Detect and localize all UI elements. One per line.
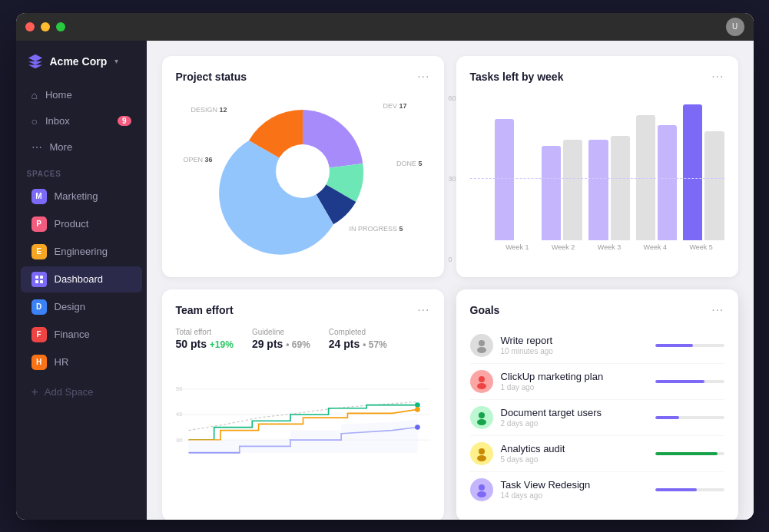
maximize-button[interactable] [56, 22, 65, 31]
space-marketing-dot: M [31, 189, 47, 204]
goal-progress-0 [655, 344, 724, 347]
goal-time-3: 5 days ago [501, 455, 648, 464]
tasks-by-week-card: Tasks left by week ··· 60 30 0 [456, 56, 738, 277]
goal-info-4: Task View Redesign 14 days ago [501, 479, 648, 500]
pie-chart-container: DEV 17 DONE 5 IN PROGRESS 5 OPEN 36 DESI… [176, 94, 430, 248]
svg-text:30: 30 [176, 436, 182, 443]
week2-label: Week 2 [540, 243, 586, 251]
space-dashboard[interactable]: Dashboard [21, 266, 142, 292]
nav-more[interactable]: ⋯ More [21, 135, 142, 160]
team-effort-menu[interactable]: ··· [417, 303, 429, 317]
stat-completed-value: 24 pts • 57% [329, 338, 387, 350]
svg-point-17 [479, 376, 485, 382]
home-icon: ⌂ [31, 89, 38, 101]
bar-week2-purple [542, 146, 561, 240]
bar-group-week1 [495, 119, 535, 240]
goal-item-0: Write report 10 minutes ago [470, 328, 724, 364]
nav-home[interactable]: ⌂ Home [21, 83, 142, 107]
minimize-button[interactable] [41, 22, 50, 31]
space-marketing-label: Marketing [55, 190, 98, 202]
pie-label-done: DONE 5 [396, 160, 423, 167]
project-status-menu[interactable]: ··· [417, 70, 429, 84]
space-engineering-label: Engineering [55, 246, 108, 257]
stat-completed: Completed 24 pts • 57% [329, 328, 387, 350]
goal-info-0: Write report 10 minutes ago [501, 335, 648, 355]
svg-rect-2 [35, 280, 38, 283]
y-label-30: 30 [449, 175, 456, 183]
svg-point-16 [477, 347, 486, 353]
space-finance[interactable]: F Finance [21, 322, 142, 348]
space-engineering[interactable]: E Engineering [21, 239, 142, 265]
nav-inbox[interactable]: ○ Inbox 9 [21, 109, 142, 134]
pie-label-dev: DEV 17 [383, 102, 406, 110]
goal-avatar-4 [470, 478, 493, 501]
bar-week3-gray [611, 136, 630, 240]
goal-info-2: Document target users 2 days ago [501, 407, 648, 428]
user-avatar[interactable]: U [726, 18, 744, 36]
space-dashboard-dot [31, 272, 47, 287]
bar-week4-purple [658, 125, 677, 240]
week5-label: Week 5 [678, 243, 724, 251]
inbox-icon: ○ [31, 115, 38, 127]
bar-week1-purple [495, 119, 514, 240]
goal-item-1: ClickUp marketing plan 1 day ago [470, 364, 724, 400]
team-effort-header: Team effort ··· [176, 303, 430, 317]
team-effort-card: Team effort ··· Total effort 50 pts +19%… [162, 289, 444, 520]
goal-name-3: Analytics audit [501, 443, 648, 454]
space-product-label: Product [55, 218, 89, 230]
add-space-button[interactable]: + Add Space [21, 379, 142, 405]
bar-chart-wrapper: 60 30 0 [470, 94, 724, 263]
y-label-0: 0 [449, 256, 456, 263]
effort-stats: Total effort 50 pts +19% Guideline 29 pt… [176, 328, 430, 350]
goal-name-4: Task View Redesign [501, 479, 648, 491]
stat-guideline-label: Guideline [252, 328, 310, 336]
space-product-dot: P [31, 216, 47, 232]
tasks-title: Tasks left by week [470, 71, 564, 83]
space-design[interactable]: D Design [21, 294, 142, 320]
space-finance-dot: F [31, 327, 47, 342]
space-hr[interactable]: H HR [21, 349, 142, 375]
space-marketing[interactable]: M Marketing [21, 183, 142, 210]
svg-point-13 [415, 407, 420, 412]
progress-bg-3 [655, 452, 724, 455]
goal-item-4: Task View Redesign 14 days ago [470, 472, 724, 507]
progress-fill-3 [655, 452, 718, 455]
team-effort-title: Team effort [176, 304, 234, 316]
space-dashboard-label: Dashboard [55, 273, 104, 285]
effort-svg: 50 40 30 [176, 361, 430, 468]
svg-text:40: 40 [176, 411, 182, 418]
svg-point-15 [479, 340, 485, 346]
stat-guideline: Guideline 29 pts • 69% [252, 328, 310, 350]
pie-label-inprogress: IN PROGRESS 5 [349, 225, 403, 233]
tasks-header: Tasks left by week ··· [470, 70, 724, 84]
goal-info-1: ClickUp marketing plan 1 day ago [501, 371, 648, 392]
goal-progress-1 [655, 380, 724, 383]
tasks-menu[interactable]: ··· [711, 70, 724, 84]
stat-total-value: 50 pts +19% [176, 338, 234, 350]
progress-bg-0 [655, 344, 724, 347]
bar-week5-gray [704, 131, 724, 240]
svg-rect-3 [40, 280, 43, 283]
svg-point-23 [479, 484, 485, 491]
svg-point-19 [479, 412, 485, 418]
progress-fill-4 [655, 488, 697, 491]
workspace-logo[interactable]: Acme Corp ▾ [16, 50, 147, 82]
nav-home-label: Home [45, 89, 72, 101]
app-window: U Acme Corp ▾ ⌂ Home ○ Inbox 9 ⋯ [16, 13, 754, 520]
svg-point-24 [477, 491, 486, 497]
progress-bg-4 [655, 488, 724, 491]
space-product[interactable]: P Product [21, 211, 142, 237]
effort-line-chart: 50 40 30 [176, 361, 430, 468]
bar-group-week2 [542, 140, 582, 240]
goals-menu[interactable]: ··· [711, 303, 724, 317]
close-button[interactable] [25, 22, 35, 31]
space-finance-label: Finance [55, 329, 90, 340]
nav-more-label: More [50, 141, 73, 153]
y-label-60: 60 [449, 94, 456, 102]
space-design-dot: D [31, 299, 47, 315]
project-status-card: Project status ··· [162, 56, 444, 277]
week1-label: Week 1 [495, 243, 541, 251]
goal-name-2: Document target users [501, 407, 648, 418]
more-icon: ⋯ [31, 141, 42, 154]
goals-header: Goals ··· [470, 303, 724, 317]
